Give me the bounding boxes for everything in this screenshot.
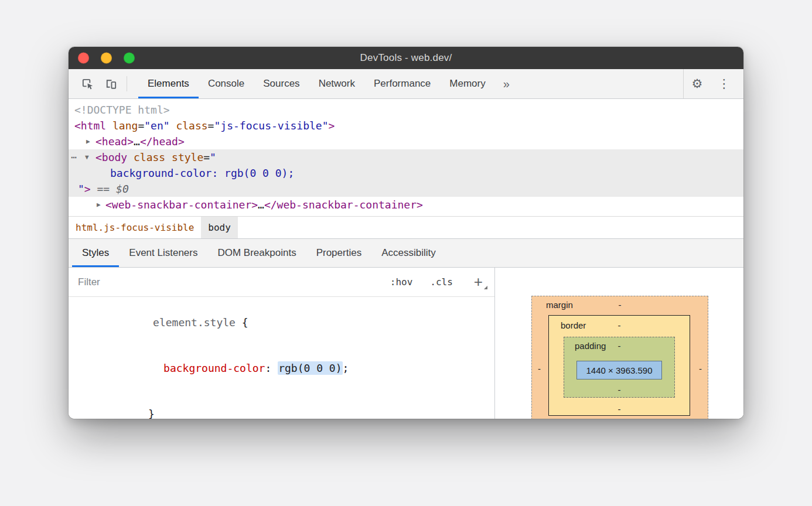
selected-node-body: ⋯ ▼ <body class style=" background-color… <box>69 149 743 197</box>
toggle-element-state-button[interactable]: :hov <box>390 276 413 288</box>
tree-node-doctype[interactable]: <!DOCTYPE html> <box>69 102 743 118</box>
settings-button[interactable]: ⚙ <box>684 69 711 98</box>
close-button[interactable] <box>78 53 89 64</box>
collapse-arrow-icon[interactable]: ▼ <box>85 149 89 165</box>
tab-accessibility[interactable]: Accessibility <box>371 239 446 267</box>
window-title: DevTools - web.dev/ <box>360 52 452 64</box>
box-model-margin[interactable]: margin - - - - - - - - border - - paddin… <box>531 296 708 419</box>
tab-styles[interactable]: Styles <box>72 239 119 267</box>
gear-icon: ⚙ <box>692 77 703 91</box>
box-model-pane: margin - - - - - - - - border - - paddin… <box>495 268 743 419</box>
tree-node-head[interactable]: ▶ <head>…</head> <box>69 134 743 149</box>
styles-pane: :hov .cls + element.style { background-c… <box>69 268 743 419</box>
tab-event-listeners[interactable]: Event Listeners <box>119 239 207 267</box>
tree-node-html-open[interactable]: <html lang="en" class="js-focus-visible"… <box>69 118 743 134</box>
margin-left-value[interactable]: - <box>538 362 541 376</box>
style-toggles: :hov .cls + <box>390 273 487 291</box>
style-rules-pane: :hov .cls + element.style { background-c… <box>69 268 495 419</box>
style-rule-element-style: element.style { background-color: rgb(0 … <box>69 297 494 419</box>
border-bottom-value[interactable]: - <box>618 404 621 414</box>
tab-properties[interactable]: Properties <box>306 239 371 267</box>
padding-top-value[interactable]: - <box>618 341 621 351</box>
styles-filter-bar: :hov .cls + <box>69 268 494 297</box>
new-style-rule-button[interactable]: + <box>470 273 487 291</box>
node-options-dots-icon[interactable]: ⋯ <box>71 149 77 165</box>
margin-right-value[interactable]: - <box>699 362 702 376</box>
tab-dom-breakpoints[interactable]: DOM Breakpoints <box>207 239 306 267</box>
margin-top-value[interactable]: - <box>619 300 622 310</box>
traffic-lights <box>78 53 135 64</box>
tab-elements[interactable]: Elements <box>138 69 199 98</box>
css-declaration[interactable]: background-color: rgb(0 0 0); <box>69 346 494 391</box>
tab-performance[interactable]: Performance <box>364 69 440 98</box>
toolbar-separator <box>127 76 127 91</box>
main-menu-button[interactable]: ⋮ <box>711 69 738 98</box>
expand-arrow-icon[interactable]: ▶ <box>97 197 101 213</box>
tab-memory[interactable]: Memory <box>440 69 494 98</box>
toolbar-right-group: ⚙ ⋮ <box>683 69 743 98</box>
window-titlebar: DevTools - web.dev/ <box>69 47 743 69</box>
breadcrumb-item-html[interactable]: html.js-focus-visible <box>69 217 201 238</box>
kebab-menu-icon: ⋮ <box>718 77 731 91</box>
elements-tree: <!DOCTYPE html> <html lang="en" class="j… <box>69 99 743 217</box>
rule-close-brace: } <box>69 391 494 419</box>
panel-tabs: Elements Console Sources Network Perform… <box>138 69 518 98</box>
zoom-button[interactable] <box>124 53 135 64</box>
tree-node-body-open-end[interactable]: "> == $0 <box>69 181 743 197</box>
tab-sources[interactable]: Sources <box>254 69 309 98</box>
inspect-element-button[interactable] <box>76 69 99 98</box>
tree-node-body-open[interactable]: ⋯ ▼ <body class style=" <box>69 149 743 165</box>
devtools-toolbar: Elements Console Sources Network Perform… <box>69 69 743 99</box>
rule-selector[interactable]: element.style { <box>69 300 494 346</box>
minimize-button[interactable] <box>101 53 112 64</box>
devtools-window: DevTools - web.dev/ Elements Console S <box>69 47 743 419</box>
tab-console[interactable]: Console <box>199 69 254 98</box>
tree-node-body-inline-style[interactable]: background-color: rgb(0 0 0); <box>69 165 743 181</box>
tab-network[interactable]: Network <box>309 69 364 98</box>
padding-bottom-value[interactable]: - <box>618 385 621 395</box>
inspect-cursor-icon <box>81 77 94 91</box>
expand-arrow-icon[interactable]: ▶ <box>86 134 90 149</box>
breadcrumb-item-body[interactable]: body <box>201 217 238 238</box>
box-model-border[interactable]: border - - padding - - 1440 × 3963.590 <box>548 315 690 416</box>
box-model-content[interactable]: 1440 × 3963.590 <box>576 361 662 380</box>
content-size-value: 1440 × 3963.590 <box>586 365 652 375</box>
breadcrumb: html.js-focus-visible body <box>69 217 743 239</box>
margin-label: margin <box>546 300 573 310</box>
more-panels-button[interactable]: » <box>495 69 518 98</box>
elements-sidebar-tabs: Styles Event Listeners DOM Breakpoints P… <box>69 239 743 268</box>
styles-filter-input[interactable] <box>78 276 390 288</box>
tree-node-web-snackbar-container[interactable]: ▶ <web-snackbar-container>…</web-snackba… <box>69 197 743 213</box>
padding-label: padding <box>575 341 606 351</box>
border-label: border <box>561 320 586 330</box>
box-model-padding[interactable]: padding - - 1440 × 3963.590 <box>564 337 675 398</box>
border-top-value[interactable]: - <box>618 320 621 330</box>
device-toolbar-button[interactable] <box>99 69 122 98</box>
device-toolbar-icon <box>104 77 118 91</box>
element-classes-button[interactable]: .cls <box>430 276 453 288</box>
